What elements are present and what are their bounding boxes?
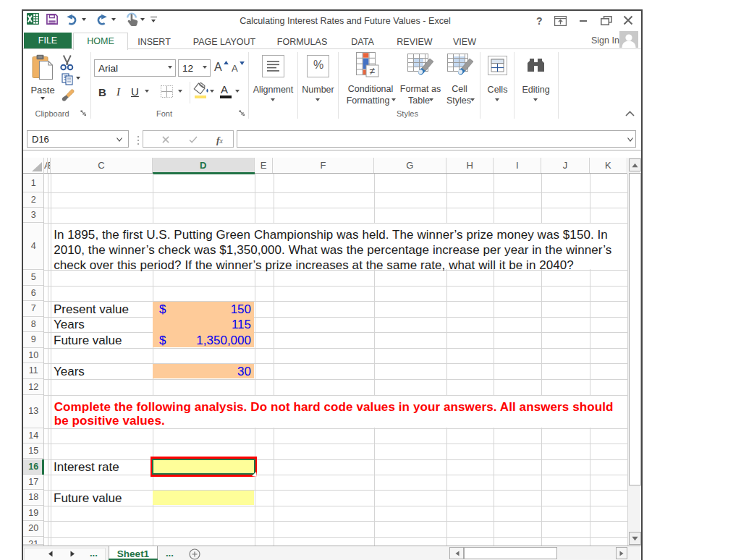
svg-text:≠: ≠ xyxy=(370,65,376,77)
